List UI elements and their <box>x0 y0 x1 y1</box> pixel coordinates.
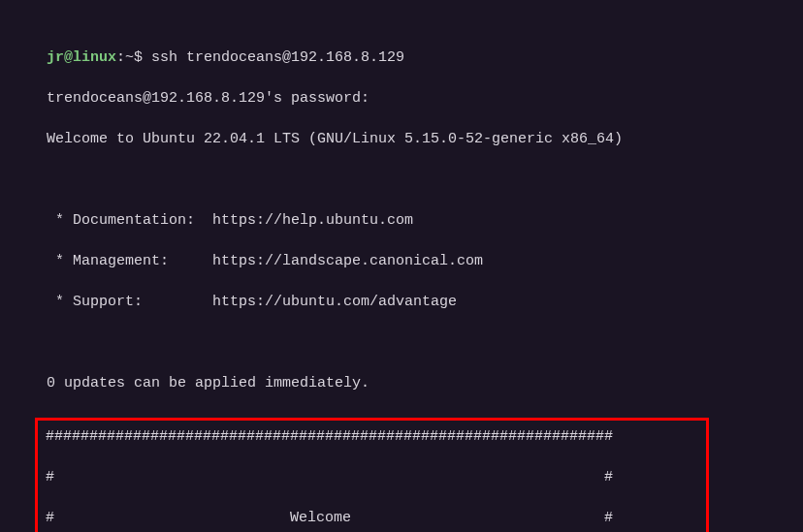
blank-line <box>47 332 803 353</box>
management-link: * Management: https://landscape.canonica… <box>47 251 803 271</box>
motd-banner-highlight: ########################################… <box>35 418 709 532</box>
prompt-userhost: jr@linux <box>47 49 116 66</box>
blank-line <box>47 170 803 190</box>
banner-empty: # # <box>46 467 698 487</box>
banner-border: ########################################… <box>46 426 698 447</box>
prompt-path: ~ <box>125 49 134 66</box>
password-prompt: trendoceans@192.168.8.129's password: <box>47 88 803 109</box>
banner-welcome: # Welcome # <box>46 508 698 528</box>
support-link: * Support: https://ubuntu.com/advantage <box>47 292 803 312</box>
updates-line: 0 updates can be applied immediately. <box>47 373 803 393</box>
prompt-separator: : <box>116 49 125 66</box>
terminal-output[interactable]: jr@linux:~$ ssh trendoceans@192.168.8.12… <box>47 27 803 532</box>
ssh-command: ssh trendoceans@192.168.8.129 <box>151 49 404 66</box>
documentation-link: * Documentation: https://help.ubuntu.com <box>47 210 803 231</box>
welcome-line: Welcome to Ubuntu 22.04.1 LTS (GNU/Linux… <box>47 129 803 149</box>
command-line: jr@linux:~$ ssh trendoceans@192.168.8.12… <box>47 47 803 68</box>
prompt-symbol: $ <box>134 49 143 66</box>
